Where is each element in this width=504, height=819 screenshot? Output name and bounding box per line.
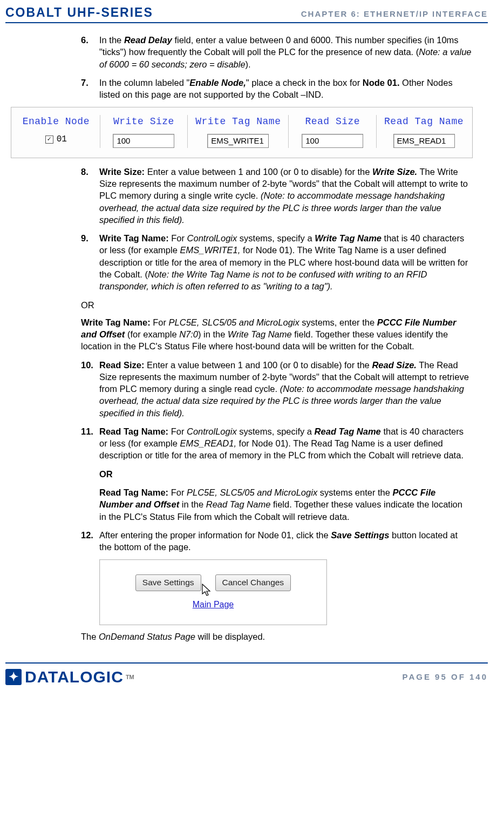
datalogic-logo: ✦ DATALOGICTM [5, 668, 134, 686]
step-7: 7. In the column labeled "Enable Node," … [81, 77, 472, 101]
text: systems enter the [317, 488, 392, 497]
text: For [171, 427, 187, 436]
text: (for example [125, 329, 179, 339]
main-page-link[interactable]: Main Page [193, 599, 234, 611]
step-label: Read Tag Name: [99, 488, 171, 497]
header-bar: COBALT UHF-SERIES CHAPTER 6: ETHERNET/IP… [5, 5, 488, 23]
step-8: 8. Write Size: Enter a value between 1 a… [81, 166, 472, 226]
page-name: OnDemand Status Page [99, 632, 195, 641]
field-name: Read Delay [124, 35, 172, 45]
text: Enter a value between 1 and 100 (or 0 to… [147, 167, 372, 177]
field-name: Read Tag Name [206, 499, 271, 509]
save-settings-panel: Save Settings Cancel Changes Main Page [99, 559, 327, 625]
system-name: PLC5E, SLC5/05 and MicroLogix [187, 488, 317, 497]
step-label: Read Tag Name: [99, 427, 171, 436]
step-body: After entering the proper information fo… [99, 529, 472, 553]
col-header: Write Size [113, 115, 174, 128]
text: For [153, 317, 168, 327]
step-label: Write Size: [99, 167, 147, 177]
text: After entering the proper information fo… [99, 530, 331, 540]
col-enable-node: Enable Node ✓ 01 [20, 115, 92, 148]
text: In the column labeled " [99, 78, 189, 87]
step-label: Write Tag Name: [99, 233, 171, 243]
step-12: 12. After entering the proper informatio… [81, 529, 472, 553]
step-body: In the Read Delay field, enter a value b… [99, 34, 472, 70]
field-name: Write Tag Name [315, 233, 382, 243]
cursor-icon [201, 584, 213, 599]
or-separator: OR [81, 299, 472, 311]
col-write-size: Write Size 100 [108, 115, 180, 148]
text: systems, specify a [237, 233, 315, 243]
chapter-title: CHAPTER 6: ETHERNET/IP INTERFACE [301, 9, 488, 18]
write-tag-input[interactable]: EMS_WRITE1 [207, 134, 269, 148]
system-name: PLC5E, SLC5/05 and MicroLogix [169, 317, 299, 327]
trademark-icon: TM [126, 674, 134, 680]
step-number: 11. [81, 425, 99, 462]
system-name: ControlLogix [187, 427, 237, 436]
text: The [81, 632, 99, 641]
step-number: 12. [81, 529, 99, 553]
system-name: ControlLogix [187, 233, 237, 243]
step-number: 6. [81, 34, 99, 70]
step-11: 11. Read Tag Name: For ControlLogix syst… [81, 425, 472, 462]
field-name: Save Settings [331, 530, 389, 540]
or-separator: OR [81, 468, 472, 480]
cancel-changes-button[interactable]: Cancel Changes [215, 574, 291, 591]
field-name: Read Tag Name [315, 427, 381, 436]
col-header: Read Tag Name [384, 115, 464, 128]
step-10: 10. Read Size: Enter a value between 1 a… [81, 359, 472, 419]
step-label: Write Tag Name: [81, 317, 153, 327]
text: For [171, 233, 187, 243]
step-body: In the column labeled "Enable Node," pla… [99, 77, 472, 101]
step-number: 9. [81, 232, 99, 292]
checkbox-icon[interactable]: ✓ [45, 136, 53, 144]
example-text: N7:0 [179, 329, 198, 339]
text: In the [99, 35, 124, 45]
text: in the [179, 499, 206, 509]
text: systems, specify a [237, 427, 315, 436]
text: systems, enter the [299, 317, 377, 327]
text: Enter a value between 1 and 100 (or 0 to… [147, 360, 372, 370]
divider [288, 115, 289, 148]
field-name: Write Tag Name [228, 329, 292, 339]
write-size-input[interactable]: 100 [113, 134, 174, 148]
step-9-alt: Write Tag Name: For PLC5E, SLC5/05 and M… [81, 316, 472, 353]
text: " place a check in the box for [246, 78, 363, 87]
step-number: 7. [81, 77, 99, 101]
step-body: Write Tag Name: For ControlLogix systems… [99, 232, 472, 292]
col-read-tag-name: Read Tag Name EMS_READ1 [384, 115, 464, 148]
text: For [171, 488, 187, 497]
step-6: 6. In the Read Delay field, enter a valu… [81, 34, 472, 70]
col-header: Write Tag Name [195, 115, 281, 128]
step-body: Read Tag Name: For ControlLogix systems,… [99, 425, 472, 462]
series-title: COBALT UHF-SERIES [5, 5, 153, 20]
read-size-input[interactable]: 100 [302, 134, 363, 148]
divider [187, 115, 188, 148]
step-9: 9. Write Tag Name: For ControlLogix syst… [81, 232, 472, 292]
logo-text: DATALOGIC [25, 668, 124, 686]
step-label: Read Size: [99, 360, 147, 370]
closing-text: The OnDemand Status Page will be display… [81, 631, 472, 642]
step-number: 10. [81, 359, 99, 419]
main-content: 6. In the Read Delay field, enter a valu… [5, 23, 488, 654]
text: will be displayed. [195, 632, 265, 641]
text: ). [246, 59, 251, 69]
example-text: EMS_WRITE1, [180, 245, 240, 255]
col-header: Read Size [305, 115, 360, 128]
node-label: Node 01. [363, 78, 400, 87]
page-number: PAGE 95 OF 140 [403, 672, 488, 681]
field-name: Write Size. [372, 167, 417, 177]
logo-icon: ✦ [5, 669, 22, 685]
field-name: Enable Node, [189, 78, 246, 87]
example-text: EMS_READ1, [180, 438, 236, 448]
field-name: Read Size. [372, 360, 417, 370]
step-number: 8. [81, 166, 99, 226]
text: ) in the [198, 329, 228, 339]
node-id: 01 [57, 134, 67, 146]
divider [376, 115, 377, 148]
node-settings-table: Enable Node ✓ 01 Write Size 100 Write Ta… [11, 107, 473, 158]
save-settings-button[interactable]: Save Settings [135, 574, 201, 591]
read-tag-input[interactable]: EMS_READ1 [393, 134, 455, 148]
step-body: Write Size: Enter a value between 1 and … [99, 166, 472, 226]
col-header: Enable Node [23, 115, 90, 128]
